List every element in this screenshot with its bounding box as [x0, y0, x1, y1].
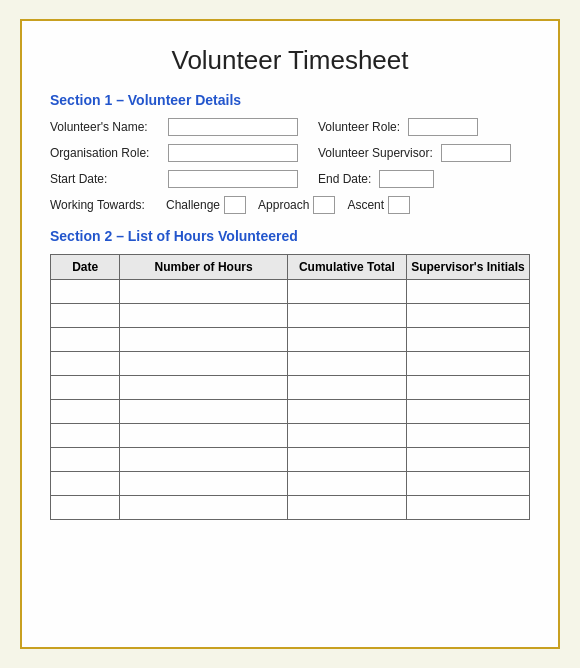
- table-cell[interactable]: [120, 376, 288, 400]
- table-cell[interactable]: [287, 448, 406, 472]
- table-row[interactable]: [51, 280, 530, 304]
- table-cell[interactable]: [51, 472, 120, 496]
- table-cell[interactable]: [120, 280, 288, 304]
- table-cell[interactable]: [120, 448, 288, 472]
- ascent-group: Ascent: [347, 196, 410, 214]
- organisation-role-label: Organisation Role:: [50, 146, 160, 160]
- table-cell[interactable]: [51, 352, 120, 376]
- table-row[interactable]: [51, 352, 530, 376]
- page-wrapper: Volunteer Timesheet Section 1 – Voluntee…: [20, 19, 560, 649]
- col-header-cumulative: Cumulative Total: [287, 255, 406, 280]
- table-row[interactable]: [51, 400, 530, 424]
- section1: Section 1 – Volunteer Details Volunteer'…: [50, 92, 530, 214]
- table-cell[interactable]: [406, 400, 529, 424]
- table-cell[interactable]: [51, 280, 120, 304]
- section1-heading: Section 1 – Volunteer Details: [50, 92, 530, 108]
- volunteers-name-input[interactable]: [168, 118, 298, 136]
- approach-checkbox[interactable]: [313, 196, 335, 214]
- table-cell[interactable]: [51, 376, 120, 400]
- table-row[interactable]: [51, 448, 530, 472]
- approach-label: Approach: [258, 198, 309, 212]
- ascent-checkbox[interactable]: [388, 196, 410, 214]
- table-cell[interactable]: [120, 352, 288, 376]
- table-cell[interactable]: [406, 448, 529, 472]
- start-date-label: Start Date:: [50, 172, 160, 186]
- col-header-date: Date: [51, 255, 120, 280]
- challenge-label: Challenge: [166, 198, 220, 212]
- section2-heading: Section 2 – List of Hours Volunteered: [50, 228, 530, 244]
- table-cell[interactable]: [120, 328, 288, 352]
- table-header-row: Date Number of Hours Cumulative Total Su…: [51, 255, 530, 280]
- table-row[interactable]: [51, 328, 530, 352]
- working-towards-label: Working Towards:: [50, 198, 160, 212]
- table-cell[interactable]: [406, 352, 529, 376]
- table-cell[interactable]: [406, 496, 529, 520]
- table-cell[interactable]: [406, 280, 529, 304]
- table-cell[interactable]: [287, 352, 406, 376]
- challenge-checkbox[interactable]: [224, 196, 246, 214]
- hours-table: Date Number of Hours Cumulative Total Su…: [50, 254, 530, 520]
- table-row[interactable]: [51, 376, 530, 400]
- table-row[interactable]: [51, 496, 530, 520]
- end-date-input[interactable]: [379, 170, 434, 188]
- form-row-dates: Start Date: End Date:: [50, 170, 530, 188]
- table-cell[interactable]: [51, 496, 120, 520]
- end-date-label: End Date:: [318, 172, 371, 186]
- table-cell[interactable]: [287, 472, 406, 496]
- table-cell[interactable]: [51, 304, 120, 328]
- approach-group: Approach: [258, 196, 335, 214]
- table-cell[interactable]: [287, 376, 406, 400]
- table-cell[interactable]: [120, 472, 288, 496]
- table-row[interactable]: [51, 424, 530, 448]
- table-cell[interactable]: [120, 496, 288, 520]
- table-cell[interactable]: [406, 304, 529, 328]
- form-row-name: Volunteer's Name: Volunteer Role:: [50, 118, 530, 136]
- table-cell[interactable]: [51, 400, 120, 424]
- table-cell[interactable]: [51, 424, 120, 448]
- ascent-label: Ascent: [347, 198, 384, 212]
- table-cell[interactable]: [120, 304, 288, 328]
- volunteer-role-label: Volunteer Role:: [318, 120, 400, 134]
- table-row[interactable]: [51, 304, 530, 328]
- volunteer-supervisor-label: Volunteer Supervisor:: [318, 146, 433, 160]
- volunteer-role-input[interactable]: [408, 118, 478, 136]
- col-header-initials: Supervisor's Initials: [406, 255, 529, 280]
- table-row[interactable]: [51, 472, 530, 496]
- table-cell[interactable]: [51, 448, 120, 472]
- organisation-role-input[interactable]: [168, 144, 298, 162]
- table-cell[interactable]: [120, 400, 288, 424]
- table-cell[interactable]: [287, 424, 406, 448]
- volunteers-name-label: Volunteer's Name:: [50, 120, 160, 134]
- form-row-org: Organisation Role: Volunteer Supervisor:: [50, 144, 530, 162]
- form-row-working-towards: Working Towards: Challenge Approach Asce…: [50, 196, 530, 214]
- table-cell[interactable]: [51, 328, 120, 352]
- challenge-group: Challenge: [166, 196, 246, 214]
- table-cell[interactable]: [406, 328, 529, 352]
- table-cell[interactable]: [287, 280, 406, 304]
- section2: Section 2 – List of Hours Volunteered Da…: [50, 228, 530, 520]
- col-header-hours: Number of Hours: [120, 255, 288, 280]
- table-cell[interactable]: [287, 400, 406, 424]
- table-cell[interactable]: [287, 328, 406, 352]
- table-cell[interactable]: [120, 424, 288, 448]
- volunteer-supervisor-input[interactable]: [441, 144, 511, 162]
- table-cell[interactable]: [406, 376, 529, 400]
- start-date-input[interactable]: [168, 170, 298, 188]
- table-cell[interactable]: [406, 424, 529, 448]
- table-cell[interactable]: [287, 304, 406, 328]
- page-title: Volunteer Timesheet: [50, 45, 530, 76]
- table-cell[interactable]: [406, 472, 529, 496]
- table-cell[interactable]: [287, 496, 406, 520]
